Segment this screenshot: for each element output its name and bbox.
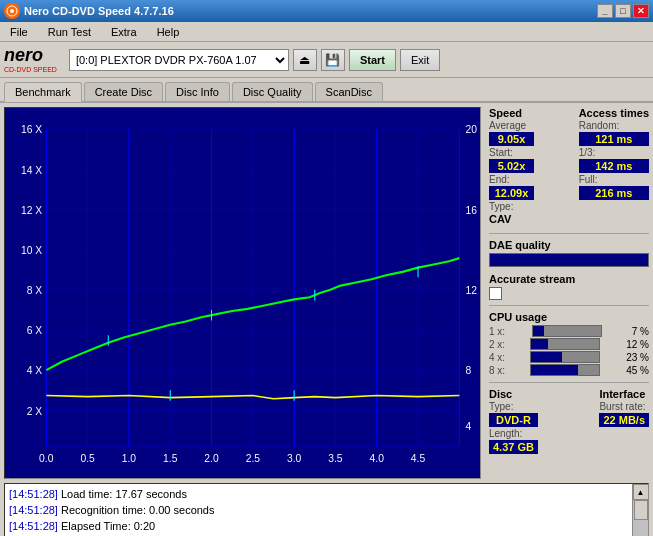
dae-quality-bar <box>489 253 649 267</box>
chart-area: 16 X 14 X 12 X 10 X 8 X 6 X 4 X 2 X 20 1… <box>4 107 481 479</box>
svg-text:2.0: 2.0 <box>204 453 219 464</box>
cpu-rows: 1 x: 7 % 2 x: 12 % 4 x: <box>489 325 649 376</box>
cpu-1x-percent: 7 % <box>632 326 649 337</box>
svg-text:4: 4 <box>466 421 472 432</box>
svg-text:1.5: 1.5 <box>163 453 178 464</box>
access-times-label: Access times <box>579 107 649 119</box>
svg-text:10 X: 10 X <box>21 245 42 256</box>
eject-button[interactable]: ⏏ <box>293 49 317 71</box>
cpu-2x-label: 2 x: <box>489 339 505 350</box>
log-text-3: Elapsed Time: 0:20 <box>61 520 155 532</box>
cpu-4x-percent: 23 % <box>626 352 649 363</box>
svg-text:3.5: 3.5 <box>328 453 343 464</box>
log-line-3: [14:51:28] Elapsed Time: 0:20 <box>9 518 628 534</box>
logo: nero CD-DVD SPEED <box>4 46 57 73</box>
log-time-1: [14:51:28] <box>9 488 58 500</box>
title-bar: Nero CD-DVD Speed 4.7.7.16 _ □ ✕ <box>0 0 653 22</box>
disc-type-label: Disc <box>489 388 538 400</box>
svg-text:16: 16 <box>466 205 478 216</box>
app-icon <box>4 3 20 19</box>
log-line-1: [14:51:28] Load time: 17.67 seconds <box>9 486 628 502</box>
disc-length-label: Length: <box>489 428 538 439</box>
maximize-button[interactable]: □ <box>615 4 631 18</box>
dae-quality-label: DAE quality <box>489 239 551 251</box>
log-text-1: Load time: 17.67 seconds <box>61 488 187 500</box>
scroll-thumb[interactable] <box>634 500 648 520</box>
interface-label: Interface <box>599 388 649 400</box>
disc-length-value: 4.37 GB <box>489 440 538 454</box>
speed-type-value: CAV <box>489 213 534 225</box>
divider-3 <box>489 382 649 383</box>
tabs: Benchmark Create Disc Disc Info Disc Qua… <box>0 78 653 103</box>
cpu-row-2x: 2 x: 12 % <box>489 338 649 350</box>
tab-create-disc[interactable]: Create Disc <box>84 82 163 101</box>
log-line-2: [14:51:28] Recognition time: 0.00 second… <box>9 502 628 518</box>
start-button[interactable]: Start <box>349 49 396 71</box>
random-value: 121 ms <box>579 132 649 146</box>
accurate-stream-section: Accurate stream <box>489 273 649 300</box>
svg-text:3.0: 3.0 <box>287 453 302 464</box>
divider-1 <box>489 233 649 234</box>
svg-text:2.5: 2.5 <box>246 453 261 464</box>
drive-select[interactable]: [0:0] PLEXTOR DVDR PX-760A 1.07 <box>69 49 289 71</box>
log-time-3: [14:51:28] <box>9 520 58 532</box>
disc-interface-section: Disc Type: DVD-R Length: 4.37 GB Interfa… <box>489 388 649 454</box>
speed-label: Speed <box>489 107 534 119</box>
tab-benchmark[interactable]: Benchmark <box>4 82 82 102</box>
minimize-button[interactable]: _ <box>597 4 613 18</box>
cpu-8x-fill <box>531 365 579 375</box>
log-text-2: Recognition time: 0.00 seconds <box>61 504 214 516</box>
menu-help[interactable]: Help <box>151 24 186 40</box>
cpu-row-4x: 4 x: 23 % <box>489 351 649 363</box>
cpu-usage-label: CPU usage <box>489 311 547 323</box>
disc-type-sublabel: Type: <box>489 401 538 412</box>
menu-run-test[interactable]: Run Test <box>42 24 97 40</box>
app-title: Nero CD-DVD Speed 4.7.7.16 <box>24 5 174 17</box>
svg-text:0.0: 0.0 <box>39 453 54 464</box>
accurate-stream-checkbox-area <box>489 287 649 300</box>
cpu-4x-fill <box>531 352 562 362</box>
speed-end-value: 12.09x <box>489 186 534 200</box>
random-label: Random: <box>579 120 649 131</box>
speed-start-value: 5.02x <box>489 159 534 173</box>
accurate-stream-label: Accurate stream <box>489 273 575 285</box>
logo-text: nero <box>4 46 57 66</box>
svg-text:0.5: 0.5 <box>80 453 95 464</box>
burst-rate-value: 22 MB/s <box>599 413 649 427</box>
save-button[interactable]: 💾 <box>321 49 345 71</box>
speed-access-section: Speed Average 9.05x Start: 5.02x End: 12… <box>489 107 649 225</box>
tab-scan-disc[interactable]: ScanDisc <box>315 82 383 101</box>
menu-extra[interactable]: Extra <box>105 24 143 40</box>
disc-type-value: DVD-R <box>489 413 538 427</box>
cpu-1x-fill <box>533 326 543 336</box>
exit-button[interactable]: Exit <box>400 49 440 71</box>
cpu-4x-bar <box>530 351 600 363</box>
close-button[interactable]: ✕ <box>633 4 649 18</box>
scroll-up-button[interactable]: ▲ <box>633 484 649 500</box>
svg-text:4.5: 4.5 <box>411 453 426 464</box>
svg-text:12: 12 <box>466 285 478 296</box>
cpu-1x-bar <box>532 325 602 337</box>
menu-bar: File Run Test Extra Help <box>0 22 653 42</box>
tab-disc-info[interactable]: Disc Info <box>165 82 230 101</box>
dae-quality-section: DAE quality <box>489 239 649 267</box>
cpu-8x-bar <box>530 364 600 376</box>
window-controls: _ □ ✕ <box>597 4 649 18</box>
speed-type-label: Type: <box>489 201 534 212</box>
accurate-stream-checkbox[interactable] <box>489 287 502 300</box>
speed-end-label: End: <box>489 174 534 185</box>
cpu-row-1x: 1 x: 7 % <box>489 325 649 337</box>
svg-text:4.0: 4.0 <box>370 453 385 464</box>
cpu-8x-percent: 45 % <box>626 365 649 376</box>
cpu-2x-fill <box>531 339 548 349</box>
tab-disc-quality[interactable]: Disc Quality <box>232 82 313 101</box>
toolbar: nero CD-DVD SPEED [0:0] PLEXTOR DVDR PX-… <box>0 42 653 78</box>
full-value: 216 ms <box>579 186 649 200</box>
log-area: [14:51:28] Load time: 17.67 seconds [14:… <box>4 483 649 536</box>
menu-file[interactable]: File <box>4 24 34 40</box>
svg-text:8: 8 <box>466 365 472 376</box>
cpu-row-8x: 8 x: 45 % <box>489 364 649 376</box>
one-third-label: 1/3: <box>579 147 649 158</box>
speed-average-value: 9.05x <box>489 132 534 146</box>
burst-rate-label: Burst rate: <box>599 401 649 412</box>
